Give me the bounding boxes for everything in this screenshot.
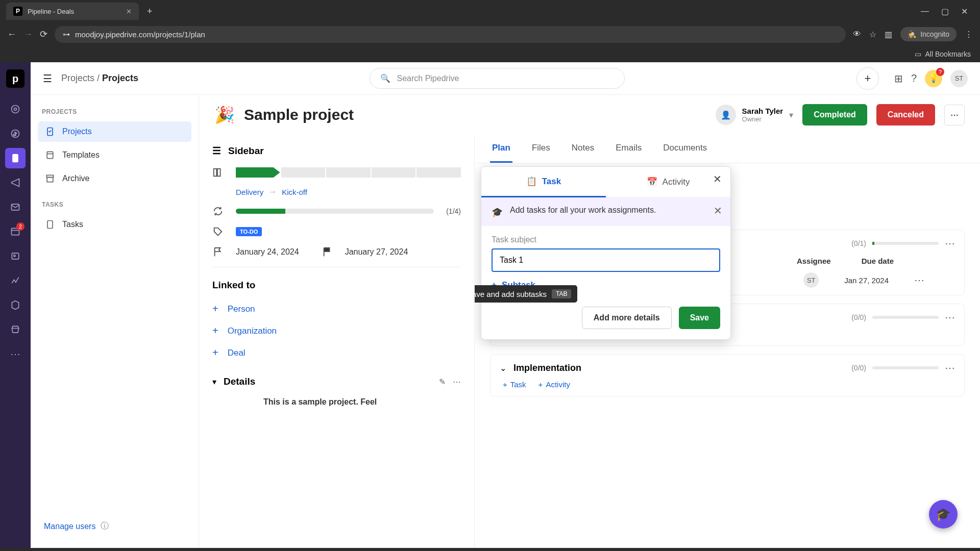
due-date-value[interactable]: Jan 27, 2024 xyxy=(844,276,889,285)
svg-rect-13 xyxy=(214,169,217,177)
col-due-date: Due date xyxy=(862,257,894,265)
tips-icon[interactable]: 💡 xyxy=(925,70,942,87)
browser-menu-icon[interactable]: ⋮ xyxy=(965,30,973,39)
add-task-button[interactable]: + Task xyxy=(503,380,526,389)
new-tab-button[interactable]: + xyxy=(143,4,157,19)
brand-logo[interactable]: p xyxy=(6,69,24,88)
user-avatar[interactable]: ST xyxy=(950,70,968,87)
rail-projects[interactable] xyxy=(5,148,26,168)
add-activity-button[interactable]: + Activity xyxy=(538,380,570,389)
rail-more[interactable]: ⋯ xyxy=(5,344,26,364)
rail-mail[interactable] xyxy=(5,197,26,217)
add-deal-link[interactable]: +Deal xyxy=(212,342,461,364)
progress-count: (1/4) xyxy=(446,207,461,215)
tab-documents[interactable]: Documents xyxy=(661,135,709,163)
url-bar[interactable]: ⊶ moodjoy.pipedrive.com/projects/1/plan xyxy=(55,26,846,43)
reload-icon[interactable]: ⟳ xyxy=(40,29,47,40)
more-icon[interactable]: ⋯ xyxy=(453,377,461,387)
topbar: ☰ Projects / Projects 🔍 Search Pipedrive… xyxy=(31,62,980,95)
extensions-icon[interactable]: ⊞ xyxy=(894,72,903,85)
sidebar-item-projects[interactable]: Projects xyxy=(38,121,191,142)
minimize-icon[interactable]: — xyxy=(921,7,929,16)
browser-tab[interactable]: P Pipeline - Deals ✕ xyxy=(6,3,139,20)
rail-home[interactable] xyxy=(5,99,26,119)
tab-emails[interactable]: Emails xyxy=(614,135,644,163)
add-more-details-button[interactable]: Add more details xyxy=(582,307,672,329)
svg-rect-12 xyxy=(47,221,53,229)
graduation-icon: 🎓 xyxy=(492,207,503,218)
description-preview: This is a sample project. Feel xyxy=(212,397,461,407)
more-actions-button[interactable]: ⋯ xyxy=(944,105,965,126)
rail-activities[interactable]: 2 xyxy=(5,221,26,242)
tab-title: Pipeline - Deals xyxy=(28,8,74,15)
project-emoji[interactable]: 🎉 xyxy=(214,105,235,124)
flag-end-icon xyxy=(322,246,333,258)
start-date[interactable]: January 24, 2024 xyxy=(236,247,299,257)
eye-off-icon[interactable]: 👁 xyxy=(853,30,861,39)
add-organization-link[interactable]: +Organization xyxy=(212,320,461,342)
close-icon[interactable]: ✕ xyxy=(710,172,724,186)
manage-users-link[interactable]: Manage users ⓘ xyxy=(38,515,191,538)
rail-contacts[interactable] xyxy=(5,246,26,266)
rail-campaigns[interactable] xyxy=(5,172,26,193)
incognito-icon: 🕵 xyxy=(908,30,916,38)
tab-notes[interactable]: Notes xyxy=(570,135,596,163)
details-panel: ☰ Sidebar Delivery → Kick-off xyxy=(199,135,475,548)
completed-button[interactable]: Completed xyxy=(802,104,867,126)
sidebar-item-templates[interactable]: Templates xyxy=(38,145,191,165)
help-fab[interactable]: 🎓 xyxy=(929,500,958,529)
all-bookmarks-link[interactable]: All Bookmarks xyxy=(925,50,971,58)
search-input[interactable]: 🔍 Search Pipedrive xyxy=(370,68,625,89)
phase-menu-icon[interactable]: ⋯ xyxy=(945,237,955,249)
rail-deals[interactable] xyxy=(5,123,26,144)
tab-plan[interactable]: Plan xyxy=(490,135,512,163)
phase-menu-icon[interactable]: ⋯ xyxy=(945,311,955,323)
stage-link[interactable]: Kick-off xyxy=(282,188,307,196)
info-icon: ⓘ xyxy=(101,521,109,532)
save-button[interactable]: Save xyxy=(679,307,720,329)
site-info-icon[interactable]: ⊶ xyxy=(63,30,70,38)
quick-add-button[interactable]: + xyxy=(856,67,879,90)
sidebar-item-archive[interactable]: Archive xyxy=(38,168,191,189)
menu-toggle-icon[interactable]: ☰ xyxy=(43,72,52,85)
panel-icon[interactable]: ▥ xyxy=(885,30,892,39)
maximize-icon[interactable]: ▢ xyxy=(941,7,949,16)
add-person-link[interactable]: +Person xyxy=(212,298,461,320)
sidebar-toggle[interactable]: ☰ Sidebar xyxy=(212,145,461,157)
help-icon[interactable]: ? xyxy=(911,72,917,84)
owner-selector[interactable]: 👤 Sarah Tyler Owner ▾ xyxy=(716,105,794,125)
rail-marketplace[interactable] xyxy=(5,319,26,340)
end-date[interactable]: January 27, 2024 xyxy=(345,247,408,257)
project-header: 🎉 Sample project 👤 Sarah Tyler Owner ▾ C… xyxy=(199,95,980,135)
owner-avatar-icon: 👤 xyxy=(716,105,736,125)
tab-files[interactable]: Files xyxy=(530,135,552,163)
hint-banner: 🎓 Add tasks for all your work assignment… xyxy=(481,197,730,226)
project-title[interactable]: Sample project xyxy=(244,106,354,123)
phase-menu-icon[interactable]: ⋯ xyxy=(945,362,955,374)
close-window-icon[interactable]: ✕ xyxy=(961,7,968,16)
back-icon[interactable]: ← xyxy=(7,29,16,40)
svg-rect-9 xyxy=(47,152,53,158)
assignee-avatar[interactable]: ST xyxy=(803,272,819,288)
rail-insights[interactable] xyxy=(5,270,26,291)
close-icon[interactable]: ✕ xyxy=(126,8,132,15)
popup-tab-task[interactable]: 📋 Task xyxy=(481,167,606,197)
stage-pipeline[interactable] xyxy=(236,167,461,178)
rail-products[interactable] xyxy=(5,295,26,315)
clipboard-icon: 📋 xyxy=(526,176,537,187)
chevron-down-icon[interactable]: ⌄ xyxy=(500,363,506,373)
keyboard-hint: TAB xyxy=(552,289,571,298)
canceled-button[interactable]: Canceled xyxy=(876,104,935,126)
bookmark-star-icon[interactable]: ☆ xyxy=(869,30,876,39)
sidebar-item-tasks[interactable]: Tasks xyxy=(38,214,191,235)
status-tag[interactable]: TO-DO xyxy=(236,227,262,236)
edit-icon[interactable]: ✎ xyxy=(439,377,446,387)
chevron-down-icon: ▾ xyxy=(789,110,793,120)
row-menu-icon[interactable]: ⋯ xyxy=(914,274,924,286)
close-hint-icon[interactable]: ✕ xyxy=(714,205,722,217)
task-subject-input[interactable] xyxy=(492,248,720,272)
chevron-down-icon[interactable]: ▾ xyxy=(212,377,216,387)
board-link[interactable]: Delivery xyxy=(236,188,263,196)
forward-icon[interactable]: → xyxy=(23,29,33,40)
incognito-badge[interactable]: 🕵 Incognito xyxy=(900,27,957,41)
